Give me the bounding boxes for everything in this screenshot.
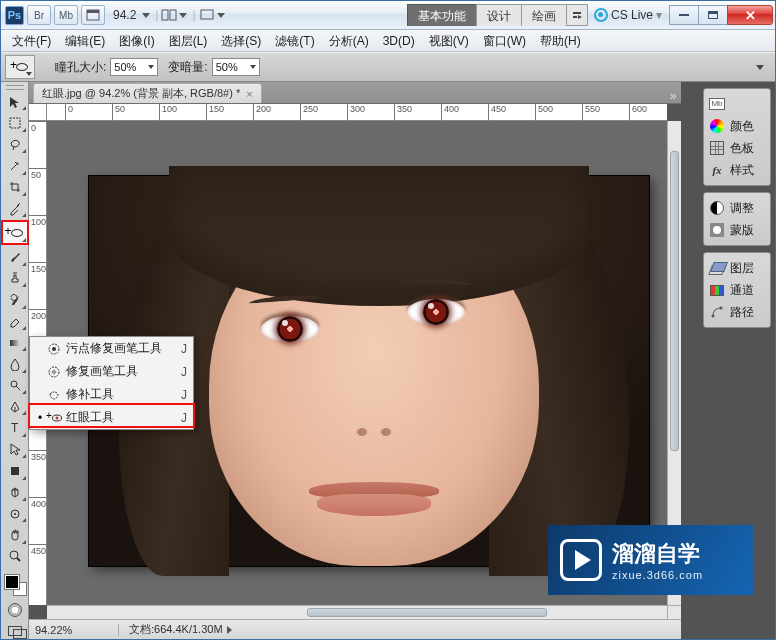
history-brush-tool[interactable] <box>3 290 27 309</box>
close-tab-icon[interactable]: × <box>246 88 252 100</box>
flyout-item-shortcut: J <box>181 411 187 425</box>
svg-rect-9 <box>11 467 19 475</box>
cslive-button[interactable]: CS Live ▾ <box>594 8 662 22</box>
flyout-item-shortcut: J <box>181 365 187 379</box>
view-extras-button[interactable] <box>81 5 105 25</box>
panel-styles[interactable]: fx样式 <box>706 159 768 181</box>
menu-analysis[interactable]: 分析(A) <box>322 30 376 52</box>
pen-tool[interactable] <box>3 397 27 416</box>
tool-flyout-menu: 污点修复画笔工具J修复画笔工具J修补工具J•+红眼工具J <box>29 336 194 430</box>
minimize-button[interactable] <box>669 5 699 25</box>
close-button[interactable]: ✕ <box>727 5 773 25</box>
dropdown-arrow-icon <box>250 65 256 69</box>
titlebar-zoom[interactable]: 94.2 | | <box>109 8 227 22</box>
tools-panel-grip[interactable] <box>1 84 28 91</box>
workspace-tab-painting[interactable]: 绘画 <box>521 4 567 26</box>
svg-rect-2 <box>162 10 168 20</box>
svg-rect-6 <box>10 340 20 346</box>
bridge-button[interactable]: Br <box>27 5 51 25</box>
workspace-tab-design[interactable]: 设计 <box>476 4 522 26</box>
type-tool[interactable]: T <box>3 418 27 437</box>
dodge-tool[interactable] <box>3 376 27 395</box>
scrollbar-horizontal[interactable] <box>47 605 667 619</box>
panel-group-3: 图层 通道 路径 <box>703 252 771 328</box>
menu-file[interactable]: 文件(F) <box>5 30 58 52</box>
screen-mode-toggle[interactable] <box>3 623 27 639</box>
shape-tool[interactable] <box>3 461 27 480</box>
quick-mask-toggle[interactable] <box>3 600 27 619</box>
brush-tool[interactable] <box>3 247 27 266</box>
document-tabs-menu[interactable]: » <box>665 89 681 103</box>
redeye-tool-icon <box>7 228 23 238</box>
layers-icon <box>710 262 724 274</box>
lasso-tool[interactable] <box>3 135 27 154</box>
panel-label: 颜色 <box>730 118 754 135</box>
crop-tool[interactable] <box>3 178 27 197</box>
menu-help[interactable]: 帮助(H) <box>533 30 588 52</box>
status-zoom[interactable]: 94.22% <box>29 624 119 636</box>
svg-text:T: T <box>11 421 19 435</box>
panel-layers[interactable]: 图层 <box>706 257 768 279</box>
redeye-tool[interactable] <box>1 220 29 245</box>
svg-rect-4 <box>201 10 213 19</box>
patch-icon <box>44 387 64 403</box>
workspace-tab-essentials[interactable]: 基本功能 <box>407 4 477 26</box>
gradient-tool[interactable] <box>3 333 27 352</box>
eraser-tool[interactable] <box>3 312 27 331</box>
flyout-item-shortcut: J <box>181 342 187 356</box>
options-bar-menu[interactable] <box>751 58 769 76</box>
dropdown-arrow-icon <box>142 13 150 18</box>
menu-layer[interactable]: 图层(L) <box>162 30 215 52</box>
menu-view[interactable]: 视图(V) <box>422 30 476 52</box>
hand-tool[interactable] <box>3 525 27 544</box>
panel-masks[interactable]: 蒙版 <box>706 219 768 241</box>
flyout-item-patch[interactable]: 修补工具J <box>30 383 193 406</box>
cslive-icon <box>594 8 608 22</box>
document-tab[interactable]: 红眼.jpg @ 94.2% (背景 副本, RGB/8#) * × <box>33 83 262 103</box>
menu-window[interactable]: 窗口(W) <box>476 30 533 52</box>
panel-label: 色板 <box>730 140 754 157</box>
eyedropper-tool[interactable] <box>3 199 27 218</box>
redeye-tool-icon <box>12 62 28 72</box>
flyout-item-redeye[interactable]: •+红眼工具J <box>30 406 193 429</box>
watermark-title: 溜溜自学 <box>612 539 703 569</box>
zoom-tool[interactable] <box>3 547 27 566</box>
3d-tool[interactable] <box>3 483 27 502</box>
darken-amount-label: 变暗量: <box>168 59 207 76</box>
3d-camera-tool[interactable] <box>3 504 27 523</box>
panel-label: 调整 <box>730 200 754 217</box>
clone-stamp-tool[interactable] <box>3 269 27 288</box>
magic-wand-tool[interactable] <box>3 156 27 175</box>
menu-filter[interactable]: 滤镜(T) <box>268 30 321 52</box>
color-swatches[interactable] <box>3 573 27 596</box>
flyout-item-spot-heal[interactable]: 污点修复画笔工具J <box>30 337 193 360</box>
panel-color[interactable]: 颜色 <box>706 115 768 137</box>
blur-tool[interactable] <box>3 354 27 373</box>
ruler-origin[interactable] <box>29 104 47 121</box>
panel-channels[interactable]: 通道 <box>706 279 768 301</box>
menu-select[interactable]: 选择(S) <box>214 30 268 52</box>
status-doc-info[interactable]: 文档:664.4K/1.30M <box>119 622 242 637</box>
panel-paths[interactable]: 路径 <box>706 301 768 323</box>
panel-adjustments[interactable]: 调整 <box>706 197 768 219</box>
pupil-size-label: 瞳孔大小: <box>55 59 106 76</box>
minibridge-button[interactable]: Mb <box>54 5 78 25</box>
flyout-item-heal[interactable]: 修复画笔工具J <box>30 360 193 383</box>
pupil-size-input[interactable]: 50% <box>110 58 158 76</box>
panel-minibridge[interactable]: Mb <box>706 93 768 115</box>
menu-image[interactable]: 图像(I) <box>112 30 161 52</box>
menu-edit[interactable]: 编辑(E) <box>58 30 112 52</box>
panel-swatches[interactable]: 色板 <box>706 137 768 159</box>
current-tool-preset[interactable] <box>5 55 35 79</box>
ruler-horizontal[interactable]: 050100150200250300350400450500550600 <box>47 104 667 121</box>
workspace-more-button[interactable] <box>566 4 588 26</box>
svg-rect-1 <box>87 10 99 13</box>
tools-panel: T <box>1 82 29 639</box>
maximize-button[interactable] <box>698 5 728 25</box>
document-tabs: 红眼.jpg @ 94.2% (背景 副本, RGB/8#) * × » <box>29 82 681 104</box>
menu-3d[interactable]: 3D(D) <box>376 30 422 52</box>
path-select-tool[interactable] <box>3 440 27 459</box>
marquee-tool[interactable] <box>3 113 27 132</box>
move-tool[interactable] <box>3 92 27 111</box>
darken-amount-input[interactable]: 50% <box>212 58 260 76</box>
